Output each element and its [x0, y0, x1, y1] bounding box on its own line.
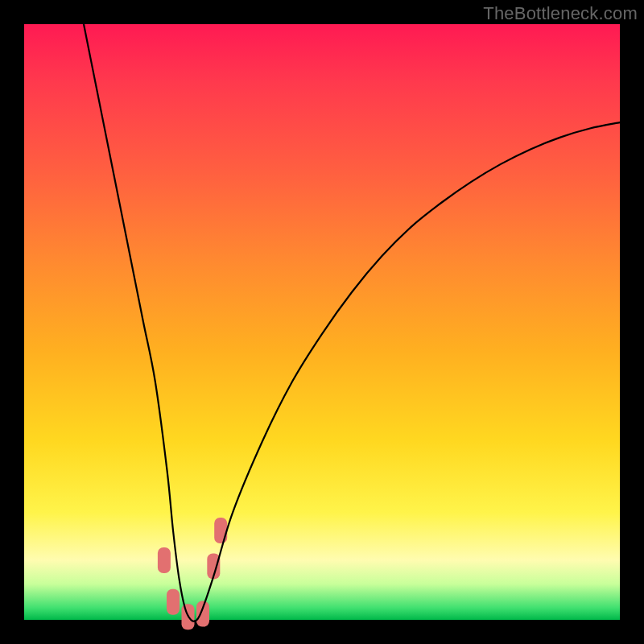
- curve-svg: [24, 24, 620, 620]
- threshold-marker: [167, 589, 180, 615]
- plot-area: [24, 24, 620, 620]
- markers-group: [158, 518, 227, 630]
- watermark-text: TheBottleneck.com: [483, 3, 638, 24]
- chart-frame: TheBottleneck.com: [0, 0, 644, 644]
- threshold-marker: [214, 518, 227, 543]
- threshold-marker: [196, 601, 209, 627]
- bottleneck-curve-path: [84, 24, 620, 621]
- threshold-marker: [158, 547, 171, 573]
